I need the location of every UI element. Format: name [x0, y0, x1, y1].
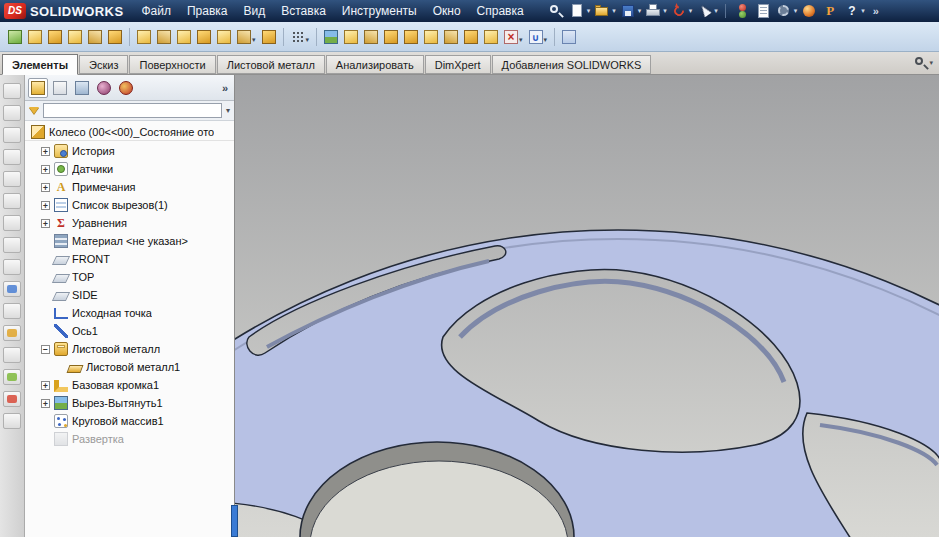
unfold-icon[interactable]: [382, 28, 400, 46]
expander-plus-icon[interactable]: +: [41, 399, 50, 408]
cross-break-icon[interactable]: [215, 28, 233, 46]
overflow-chevron[interactable]: »: [219, 81, 231, 95]
menu-item[interactable]: Файл: [133, 0, 179, 22]
side-tool-icon[interactable]: [3, 237, 21, 253]
command-tab[interactable]: DimXpert: [425, 55, 491, 74]
fold-icon[interactable]: [402, 28, 420, 46]
menu-item[interactable]: Справка: [469, 0, 532, 22]
side-tool-icon[interactable]: [3, 391, 21, 407]
open-document-icon[interactable]: ▾: [592, 1, 617, 21]
configuration-manager-tab[interactable]: [72, 78, 92, 98]
collapse-menu-icon[interactable]: [867, 1, 887, 21]
search-icon[interactable]: [546, 1, 566, 21]
print-icon[interactable]: ▾: [643, 1, 668, 21]
move-copy-icon[interactable]: [26, 28, 44, 46]
photoview-icon[interactable]: [820, 1, 840, 21]
command-tab[interactable]: Добавления SOLIDWORKS: [492, 55, 652, 74]
command-tab[interactable]: Анализировать: [326, 55, 424, 74]
base-flange-icon[interactable]: [46, 28, 64, 46]
tree-item[interactable]: Исходная точка: [25, 304, 234, 322]
expander-plus-icon[interactable]: +: [41, 165, 50, 174]
side-tool-icon[interactable]: [3, 171, 21, 187]
side-tool-icon[interactable]: [3, 105, 21, 121]
pattern-dots-icon[interactable]: ▾: [289, 28, 312, 46]
menu-item[interactable]: Окно: [425, 0, 469, 22]
convert-to-sheet-metal-icon[interactable]: [66, 28, 84, 46]
rip-icon[interactable]: [482, 28, 500, 46]
tree-item[interactable]: Материал <не указан>: [25, 232, 234, 250]
tree-item[interactable]: +Вырез-Вытянуть1: [25, 394, 234, 412]
file-properties-icon[interactable]: [753, 1, 773, 21]
delete-icon[interactable]: ▾: [502, 28, 525, 46]
side-tool-icon[interactable]: [3, 149, 21, 165]
tree-item[interactable]: Круговой массив1: [25, 412, 234, 430]
wheel-model[interactable]: [235, 75, 939, 537]
expander-plus-icon[interactable]: +: [41, 381, 50, 390]
tree-item[interactable]: SIDE: [25, 286, 234, 304]
tree-item[interactable]: +Примечания: [25, 178, 234, 196]
undo-icon[interactable]: ▾: [669, 1, 694, 21]
side-tool-icon[interactable]: [3, 127, 21, 143]
edit-component-icon[interactable]: [6, 28, 24, 46]
side-tool-icon[interactable]: [3, 83, 21, 99]
command-tab[interactable]: Эскиз: [79, 55, 128, 74]
tree-item[interactable]: +История: [25, 142, 234, 160]
flatten-icon[interactable]: [422, 28, 440, 46]
closed-corner-icon[interactable]: ▾: [235, 28, 258, 46]
menu-item[interactable]: Правка: [179, 0, 236, 22]
filter-dropdown-icon[interactable]: ▾: [226, 106, 230, 115]
forming-tool-icon[interactable]: [260, 28, 278, 46]
insert-bends-icon[interactable]: [462, 28, 480, 46]
tree-item[interactable]: +Уравнения: [25, 214, 234, 232]
help-icon[interactable]: ▾: [841, 1, 866, 21]
display-manager-tab[interactable]: [116, 78, 136, 98]
rebuild-icon[interactable]: [732, 1, 752, 21]
feature-manager-tab[interactable]: [28, 78, 48, 98]
panel-splitter-handle[interactable]: [231, 505, 238, 537]
spline-tool-icon[interactable]: ▾: [527, 28, 550, 46]
vent-icon[interactable]: [362, 28, 380, 46]
no-bends-icon[interactable]: [442, 28, 460, 46]
save-icon[interactable]: ▾: [618, 1, 643, 21]
graphics-area[interactable]: [235, 75, 939, 537]
command-tab[interactable]: Поверхности: [129, 55, 215, 74]
expander-minus-icon[interactable]: −: [41, 345, 50, 354]
expander-plus-icon[interactable]: +: [41, 201, 50, 210]
options-gear-icon[interactable]: ▾: [774, 1, 799, 21]
extruded-cut-icon[interactable]: [322, 28, 340, 46]
expander-plus-icon[interactable]: +: [41, 147, 50, 156]
zoom-tools-button[interactable]: ▾: [913, 55, 933, 71]
menu-item[interactable]: Инструменты: [334, 0, 425, 22]
side-tool-icon[interactable]: [3, 215, 21, 231]
tree-item[interactable]: +Базовая кромка1: [25, 376, 234, 394]
side-tool-icon[interactable]: [3, 281, 21, 297]
lofted-bend-icon[interactable]: [86, 28, 104, 46]
side-tool-icon[interactable]: [3, 303, 21, 319]
hem-icon[interactable]: [155, 28, 173, 46]
measure-icon[interactable]: [560, 28, 578, 46]
side-tool-icon[interactable]: [3, 347, 21, 363]
tree-item[interactable]: Ось1: [25, 322, 234, 340]
tree-item[interactable]: +Датчики: [25, 160, 234, 178]
expander-plus-icon[interactable]: +: [41, 219, 50, 228]
miter-flange-icon[interactable]: [135, 28, 153, 46]
tree-item[interactable]: Развертка: [25, 430, 234, 448]
tree-item[interactable]: −Листовой металл: [25, 340, 234, 358]
property-manager-tab[interactable]: [50, 78, 70, 98]
new-document-icon[interactable]: ▾: [567, 1, 592, 21]
side-tool-icon[interactable]: [3, 369, 21, 385]
dimxpert-manager-tab[interactable]: [94, 78, 114, 98]
side-tool-icon[interactable]: [3, 259, 21, 275]
select-cursor-icon[interactable]: ▾: [694, 1, 719, 21]
simple-hole-icon[interactable]: [342, 28, 360, 46]
sketched-bend-icon[interactable]: [195, 28, 213, 46]
side-tool-icon[interactable]: [3, 413, 21, 429]
side-tool-icon[interactable]: [3, 325, 21, 341]
menu-item[interactable]: Вид: [236, 0, 274, 22]
tree-item[interactable]: FRONT: [25, 250, 234, 268]
jog-icon[interactable]: [175, 28, 193, 46]
expander-plus-icon[interactable]: +: [41, 183, 50, 192]
tree-root-item[interactable]: Колесо (00<<00)_Состояние ото: [25, 123, 234, 141]
menu-item[interactable]: Вставка: [273, 0, 334, 22]
tree-item[interactable]: Листовой металл1: [25, 358, 234, 376]
